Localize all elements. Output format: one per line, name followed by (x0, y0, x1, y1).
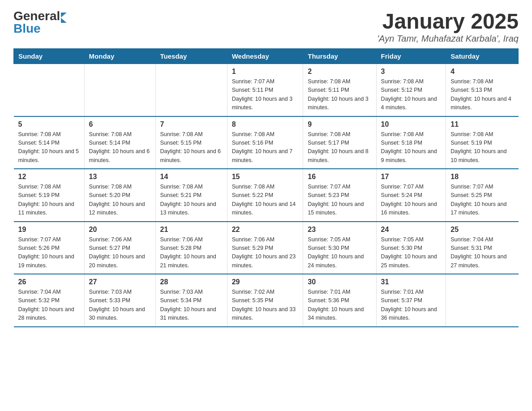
calendar-cell: 27Sunrise: 7:03 AMSunset: 5:33 PMDayligh… (84, 274, 155, 327)
day-info-line: Daylight: 10 hours and 30 minutes. (89, 306, 145, 321)
day-number: 17 (381, 173, 442, 181)
day-number: 13 (89, 173, 151, 181)
day-info: Sunrise: 7:08 AMSunset: 5:13 PMDaylight:… (450, 77, 514, 112)
day-number: 24 (381, 226, 442, 234)
calendar-cell: 4Sunrise: 7:08 AMSunset: 5:13 PMDaylight… (446, 64, 519, 116)
day-info-line: Sunset: 5:21 PM (160, 192, 202, 198)
calendar-cell (446, 274, 519, 327)
day-number: 20 (89, 226, 151, 234)
day-info: Sunrise: 7:01 AMSunset: 5:36 PMDaylight:… (308, 288, 371, 323)
day-info-line: Sunset: 5:22 PM (232, 192, 273, 198)
day-info: Sunrise: 7:02 AMSunset: 5:35 PMDaylight:… (232, 288, 299, 323)
day-info-line: Sunrise: 7:08 AM (381, 131, 424, 137)
calendar-cell: 13Sunrise: 7:08 AMSunset: 5:20 PMDayligh… (84, 169, 155, 222)
calendar-cell: 25Sunrise: 7:04 AMSunset: 5:31 PMDayligh… (446, 222, 519, 274)
day-info-line: Daylight: 10 hours and 11 minutes. (18, 201, 74, 216)
day-number: 6 (89, 120, 151, 128)
day-number: 8 (232, 120, 299, 128)
day-number: 5 (18, 120, 80, 128)
day-info-line: Sunset: 5:34 PM (160, 297, 202, 304)
calendar-cell: 24Sunrise: 7:05 AMSunset: 5:30 PMDayligh… (376, 222, 446, 274)
day-info-line: Sunset: 5:25 PM (450, 192, 492, 198)
day-info-line: Sunrise: 7:08 AM (160, 131, 203, 137)
day-info-line: Sunset: 5:36 PM (308, 297, 349, 304)
logo-blue-text: Blue (13, 21, 41, 36)
day-of-week-header: Wednesday (227, 49, 303, 64)
day-info-line: Daylight: 10 hours and 10 minutes. (450, 148, 506, 163)
calendar-cell: 20Sunrise: 7:06 AMSunset: 5:27 PMDayligh… (84, 222, 155, 274)
day-number: 18 (450, 173, 514, 181)
day-info-line: Sunrise: 7:08 AM (232, 131, 275, 137)
day-info-line: Sunset: 5:29 PM (232, 245, 273, 251)
day-info-line: Sunrise: 7:08 AM (89, 131, 132, 137)
day-info-line: Daylight: 10 hours and 28 minutes. (18, 306, 74, 321)
day-info: Sunrise: 7:08 AMSunset: 5:18 PMDaylight:… (381, 130, 442, 165)
day-info-line: Sunset: 5:18 PM (381, 140, 422, 146)
day-number: 30 (308, 278, 371, 286)
day-info: Sunrise: 7:04 AMSunset: 5:32 PMDaylight:… (18, 288, 80, 323)
day-info-line: Daylight: 10 hours and 3 minutes. (232, 96, 293, 111)
day-info-line: Sunrise: 7:08 AM (160, 184, 203, 190)
day-info-line: Sunset: 5:13 PM (450, 87, 492, 93)
calendar-body: 1Sunrise: 7:07 AMSunset: 5:11 PMDaylight… (14, 64, 519, 327)
calendar-cell: 31Sunrise: 7:01 AMSunset: 5:37 PMDayligh… (376, 274, 446, 327)
day-info-line: Sunset: 5:35 PM (232, 297, 273, 304)
day-info-line: Daylight: 10 hours and 15 minutes. (308, 201, 364, 216)
day-info: Sunrise: 7:08 AMSunset: 5:22 PMDaylight:… (232, 183, 299, 218)
day-info-line: Sunrise: 7:08 AM (450, 78, 493, 85)
title-section: January 2025 'Ayn Tamr, Muhafazat Karbal… (377, 9, 519, 44)
calendar-cell: 10Sunrise: 7:08 AMSunset: 5:18 PMDayligh… (376, 116, 446, 169)
calendar-cell (84, 64, 155, 116)
calendar-cell: 16Sunrise: 7:07 AMSunset: 5:23 PMDayligh… (303, 169, 376, 222)
day-info-line: Sunrise: 7:07 AM (18, 236, 61, 243)
day-info-line: Sunrise: 7:08 AM (232, 184, 275, 190)
day-info: Sunrise: 7:05 AMSunset: 5:30 PMDaylight:… (381, 235, 442, 270)
day-info: Sunrise: 7:03 AMSunset: 5:34 PMDaylight:… (160, 288, 223, 323)
day-info-line: Daylight: 10 hours and 16 minutes. (381, 201, 437, 216)
day-info-line: Sunset: 5:11 PM (232, 87, 273, 93)
day-info-line: Daylight: 10 hours and 9 minutes. (381, 148, 437, 163)
day-info-line: Daylight: 10 hours and 6 minutes. (160, 148, 221, 163)
calendar-cell: 15Sunrise: 7:08 AMSunset: 5:22 PMDayligh… (227, 169, 303, 222)
day-info-line: Daylight: 10 hours and 23 minutes. (232, 253, 296, 268)
day-info-line: Daylight: 10 hours and 20 minutes. (89, 253, 145, 268)
day-number: 3 (381, 68, 442, 76)
day-info: Sunrise: 7:07 AMSunset: 5:11 PMDaylight:… (232, 77, 299, 112)
day-info-line: Sunset: 5:32 PM (18, 297, 60, 304)
day-info: Sunrise: 7:08 AMSunset: 5:20 PMDaylight:… (89, 183, 151, 218)
calendar-cell: 14Sunrise: 7:08 AMSunset: 5:21 PMDayligh… (155, 169, 227, 222)
calendar-week-row: 5Sunrise: 7:08 AMSunset: 5:14 PMDaylight… (14, 116, 519, 169)
day-info-line: Sunset: 5:19 PM (450, 140, 492, 146)
calendar-cell: 11Sunrise: 7:08 AMSunset: 5:19 PMDayligh… (446, 116, 519, 169)
day-info-line: Sunset: 5:37 PM (381, 297, 422, 304)
day-info-line: Sunset: 5:28 PM (160, 245, 202, 251)
day-info-line: Daylight: 10 hours and 8 minutes. (308, 148, 369, 163)
day-info: Sunrise: 7:08 AMSunset: 5:19 PMDaylight:… (18, 183, 80, 218)
day-info: Sunrise: 7:08 AMSunset: 5:16 PMDaylight:… (232, 130, 299, 165)
day-info-line: Sunrise: 7:01 AM (381, 289, 424, 295)
day-number: 28 (160, 278, 223, 286)
day-info: Sunrise: 7:08 AMSunset: 5:14 PMDaylight:… (89, 130, 151, 165)
day-info-line: Sunset: 5:31 PM (450, 245, 492, 251)
day-info: Sunrise: 7:01 AMSunset: 5:37 PMDaylight:… (381, 288, 442, 323)
calendar-cell: 9Sunrise: 7:08 AMSunset: 5:17 PMDaylight… (303, 116, 376, 169)
day-of-week-header: Sunday (14, 49, 85, 64)
day-info-line: Sunset: 5:30 PM (381, 245, 422, 251)
day-of-week-header: Friday (376, 49, 446, 64)
calendar-cell: 6Sunrise: 7:08 AMSunset: 5:14 PMDaylight… (84, 116, 155, 169)
day-number: 26 (18, 278, 80, 286)
day-number: 21 (160, 226, 223, 234)
day-info-line: Daylight: 10 hours and 31 minutes. (160, 306, 216, 321)
day-info-line: Sunrise: 7:04 AM (450, 236, 493, 243)
day-info-line: Sunrise: 7:06 AM (232, 236, 275, 243)
day-info-line: Sunrise: 7:07 AM (308, 184, 350, 190)
day-info-line: Sunset: 5:19 PM (18, 192, 60, 198)
day-info-line: Sunrise: 7:08 AM (450, 131, 493, 137)
logo: General Blue (13, 9, 67, 36)
day-info-line: Sunrise: 7:03 AM (160, 289, 203, 295)
calendar-cell: 3Sunrise: 7:08 AMSunset: 5:12 PMDaylight… (376, 64, 446, 116)
day-info-line: Daylight: 10 hours and 14 minutes. (232, 201, 296, 216)
day-info: Sunrise: 7:05 AMSunset: 5:30 PMDaylight:… (308, 235, 371, 270)
day-info: Sunrise: 7:07 AMSunset: 5:25 PMDaylight:… (450, 183, 514, 218)
day-number: 29 (232, 278, 299, 286)
